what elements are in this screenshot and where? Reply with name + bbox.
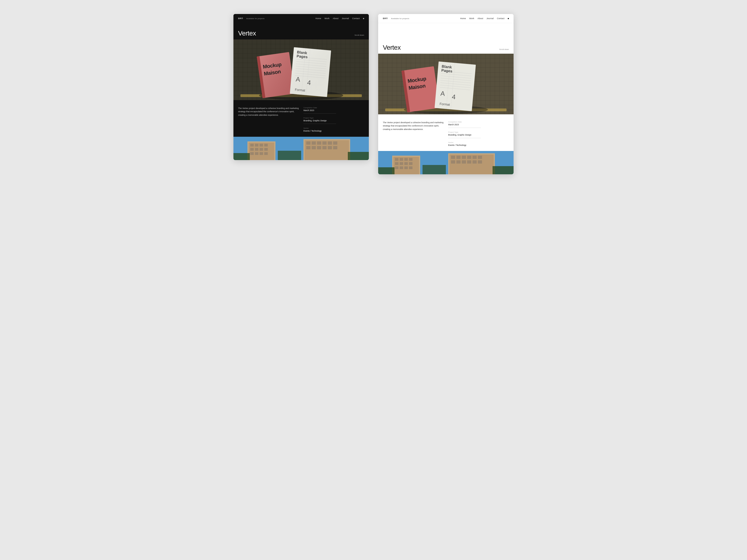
svg-rect-88 xyxy=(323,141,327,145)
nav-contact-light[interactable]: Contact xyxy=(497,17,505,20)
scroll-label-dark: Scroll down xyxy=(355,34,364,36)
meta-completion-label-dark: Completion Date xyxy=(304,107,336,109)
svg-rect-95 xyxy=(328,146,332,149)
nav-about-dark[interactable]: About xyxy=(333,17,338,20)
svg-rect-99 xyxy=(348,152,369,160)
svg-rect-98 xyxy=(278,151,301,160)
svg-rect-190 xyxy=(462,160,466,164)
svg-rect-85 xyxy=(306,141,310,145)
meta-sector-value-dark: Events / Technology xyxy=(304,130,336,132)
svg-rect-79 xyxy=(250,152,254,155)
light-navbar: BR® Available for projects Home Work Abo… xyxy=(378,14,514,23)
svg-rect-96 xyxy=(333,146,337,149)
scroll-label-light: Scroll down xyxy=(499,48,509,50)
meta-divider-1-light xyxy=(448,128,481,128)
hero-dark: Vertex Scroll down xyxy=(233,23,369,39)
meta-divider-1-dark xyxy=(304,113,336,114)
project-info-dark: The Vertex project developed a cohesive … xyxy=(233,100,369,137)
project-meta-light: Completion Date March 2023 Project Type … xyxy=(448,121,481,146)
logo-dark: BR® xyxy=(238,17,243,20)
svg-rect-194 xyxy=(378,167,394,174)
hero-white-space xyxy=(378,23,514,42)
nav-links-light: Home Work About Journal Contact xyxy=(460,17,509,20)
nav-left-dark: BR® Available for projects xyxy=(238,17,264,20)
svg-rect-175 xyxy=(409,162,412,165)
svg-rect-74 xyxy=(264,144,268,146)
project-meta-dark: Completion Date March 2023 Project Type … xyxy=(304,107,336,132)
svg-rect-77 xyxy=(260,148,263,151)
svg-rect-174 xyxy=(404,162,408,165)
meta-completion-value-light: March 2023 xyxy=(448,124,481,126)
nav-dot-dark xyxy=(363,18,364,19)
svg-text:A: A xyxy=(440,89,445,97)
svg-rect-94 xyxy=(323,146,327,149)
svg-rect-179 xyxy=(409,166,412,169)
svg-rect-91 xyxy=(306,146,310,149)
svg-rect-86 xyxy=(312,141,316,145)
nav-journal-light[interactable]: Journal xyxy=(487,17,494,20)
nav-work-light[interactable]: Work xyxy=(469,17,474,20)
svg-rect-184 xyxy=(462,156,466,159)
svg-rect-81 xyxy=(260,152,263,155)
svg-rect-80 xyxy=(255,152,258,155)
meta-sector-value-light: Events / Technology xyxy=(448,144,481,146)
meta-completion-dark: Completion Date March 2023 xyxy=(304,107,336,114)
meta-type-label-light: Project Type xyxy=(448,131,481,133)
building-svg-dark xyxy=(233,137,369,160)
meta-sector-label-light: Sector xyxy=(448,141,481,143)
svg-rect-185 xyxy=(467,156,471,159)
meta-completion-light: Completion Date March 2023 xyxy=(448,121,481,128)
meta-type-light: Project Type Branding, Graphic Design xyxy=(448,131,481,138)
svg-rect-186 xyxy=(472,156,477,159)
nav-contact-dark[interactable]: Contact xyxy=(352,17,360,20)
svg-rect-183 xyxy=(456,156,461,159)
svg-rect-73 xyxy=(260,144,263,146)
svg-rect-97 xyxy=(233,153,250,160)
svg-rect-193 xyxy=(478,160,482,164)
mockup-svg-dark: Mockup Maison Blan xyxy=(233,39,369,100)
svg-rect-169 xyxy=(400,158,403,161)
svg-rect-176 xyxy=(395,166,398,169)
svg-rect-84 xyxy=(305,140,349,160)
meta-type-dark: Project Type Branding, Graphic Design xyxy=(304,117,336,124)
meta-sector-label-dark: Sector xyxy=(304,127,336,129)
bottom-strip-light xyxy=(378,151,514,174)
main-image-light: Mockup Maison Blank Pages A 4 F xyxy=(378,54,514,114)
hero-title-dark: Vertex xyxy=(238,30,256,37)
meta-type-value-light: Branding, Graphic Design xyxy=(448,134,481,136)
svg-rect-90 xyxy=(333,141,337,145)
svg-rect-192 xyxy=(472,160,477,164)
dark-browser-window: BR® Available for projects Home Work Abo… xyxy=(233,14,369,160)
meta-type-label-dark: Project Type xyxy=(304,117,336,119)
svg-text:4: 4 xyxy=(452,93,456,101)
hero-light: Vertex Scroll down xyxy=(378,42,514,54)
nav-home-dark[interactable]: Home xyxy=(315,17,321,20)
svg-rect-87 xyxy=(317,141,321,145)
svg-rect-181 xyxy=(449,155,494,174)
svg-text:4: 4 xyxy=(307,79,311,86)
light-browser-window: BR® Available for projects Home Work Abo… xyxy=(378,14,514,174)
project-desc-light: The Vertex project developed a cohesive … xyxy=(383,121,443,146)
svg-rect-82 xyxy=(264,152,268,155)
main-image-dark: Mockup Maison Blan xyxy=(233,39,369,100)
hero-title-light: Vertex xyxy=(383,44,401,51)
svg-rect-76 xyxy=(255,148,258,151)
meta-type-value-dark: Branding, Graphic Design xyxy=(304,119,336,122)
project-desc-dark: The Vertex project developed a cohesive … xyxy=(238,107,299,132)
project-info-light: The Vertex project developed a cohesive … xyxy=(378,114,514,151)
nav-dot-light xyxy=(508,18,509,19)
meta-sector-dark: Sector Events / Technology xyxy=(304,127,336,132)
nav-left-light: BR® Available for projects xyxy=(383,17,409,20)
mockup-svg-light: Mockup Maison Blank Pages A 4 F xyxy=(378,54,514,114)
nav-about-light[interactable]: About xyxy=(478,17,483,20)
svg-text:A: A xyxy=(295,75,301,83)
nav-work-dark[interactable]: Work xyxy=(325,17,330,20)
nav-links-dark: Home Work About Journal Contact xyxy=(315,17,364,20)
meta-completion-value-dark: March 2023 xyxy=(304,109,336,111)
svg-rect-92 xyxy=(312,146,316,149)
svg-rect-189 xyxy=(456,160,461,164)
meta-completion-label-light: Completion Date xyxy=(448,121,481,123)
meta-sector-light: Sector Events / Technology xyxy=(448,141,481,146)
nav-home-light[interactable]: Home xyxy=(460,17,466,20)
nav-journal-dark[interactable]: Journal xyxy=(342,17,349,20)
